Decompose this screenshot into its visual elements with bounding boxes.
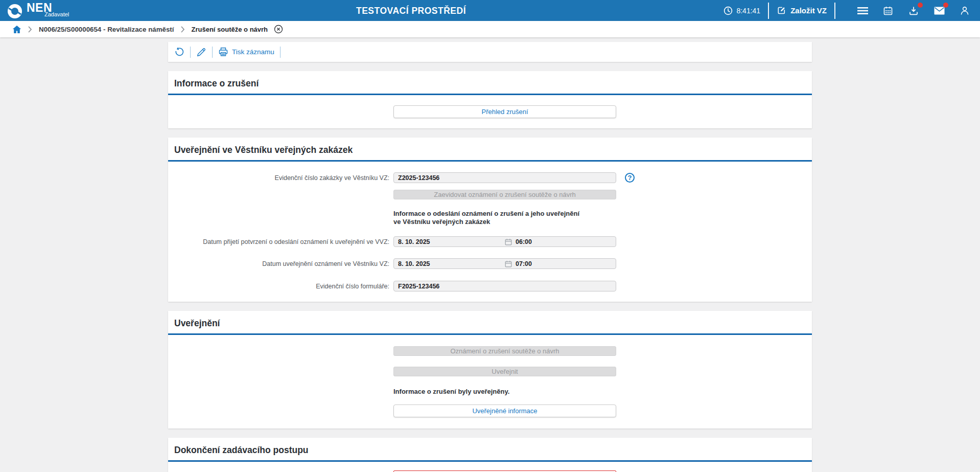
time-value: 8:41:41 [736, 7, 760, 15]
home-button[interactable] [12, 25, 21, 34]
print-record-label: Tisk záznamu [232, 48, 274, 56]
calendar-icon [883, 6, 893, 16]
date-value: 8. 10. 2025 [398, 260, 505, 267]
create-vz-label: Založit VZ [790, 6, 827, 15]
nen-logo-icon [7, 3, 23, 19]
section-title: Uveřejnění [168, 311, 812, 335]
header-actions: 8:41:41 Založit VZ [724, 3, 980, 19]
menu-button[interactable] [856, 5, 869, 17]
downloads-icon [908, 6, 919, 16]
register-cancellation-notice-button: Zaevidovat oznámení o zrušení soutěže o … [393, 190, 616, 199]
pencil-icon [196, 47, 206, 57]
section-vvz-publication: Uveřejnění ve Věstníku veřejných zakázek… [168, 138, 812, 302]
help-icon[interactable]: ? [625, 173, 635, 183]
app-header: NEN Zadavatel TESTOVACÍ PROSTŘEDÍ 8:41:4… [0, 0, 980, 21]
form-number-label: Evidenční číslo formuláře: [168, 283, 393, 290]
create-vz-button[interactable]: Založit VZ [777, 6, 827, 15]
confirmation-date-label: Datum přijetí potvrzení o odeslání oznám… [168, 238, 393, 245]
toolbar-divider [212, 47, 213, 58]
section-publication: Uveřejnění Oznámení o zrušení soutěže o … [168, 311, 812, 429]
publication-date-label: Datum uveřejnění oznámení ve Věstníku VZ… [168, 260, 393, 267]
publication-status-text: Informace o zrušení byly uveřejněny. [393, 388, 509, 396]
print-record-button[interactable]: Tisk záznamu [218, 47, 274, 57]
refresh-icon [174, 47, 184, 57]
section-title: Informace o zrušení [168, 71, 812, 95]
breadcrumb-item-current: Zrušení soutěže o návrh [192, 26, 268, 33]
cancellation-notice-button: Oznámení o zrušení soutěže o návrh [393, 346, 616, 356]
header-divider [768, 3, 769, 19]
publish-button: Uveřejnit [393, 367, 616, 376]
calendar-button[interactable] [882, 5, 894, 17]
cancellation-overview-button[interactable]: Přehled zrušení [393, 105, 616, 118]
section-cancellation-info: Informace o zrušení Přehled zrušení [168, 71, 812, 128]
chevron-right-icon [181, 26, 185, 33]
close-circle-icon [274, 25, 283, 34]
close-tab-button[interactable] [274, 25, 283, 34]
toolbar-divider [190, 47, 191, 58]
messages-icon [934, 7, 945, 15]
clock-icon [724, 6, 733, 15]
published-information-button[interactable]: Uveřejněné informace [393, 404, 616, 417]
messages-button[interactable] [933, 5, 945, 17]
section-title: Dokončení zadávacího postupu [168, 438, 812, 462]
toolbar-divider [280, 47, 281, 58]
server-time: 8:41:41 [724, 6, 760, 15]
menu-icon [857, 7, 868, 15]
calendar-small-icon [505, 238, 512, 245]
logo-subtitle: Zadavatel [44, 11, 69, 17]
chevron-right-icon [28, 26, 32, 33]
downloads-button[interactable] [907, 5, 920, 17]
time-value: 07:00 [516, 260, 532, 267]
form-number-input[interactable]: F2025-123456 [393, 281, 616, 291]
notification-badge [918, 3, 923, 8]
environment-title: TESTOVACÍ PROSTŘEDÍ [356, 0, 466, 21]
edit-record-button[interactable] [196, 47, 206, 57]
user-icon [960, 6, 970, 16]
vvz-publication-note: Informace o odeslání oznámení o zrušení … [393, 210, 579, 226]
journal-number-input[interactable]: Z2025-123456 [393, 172, 616, 183]
header-divider [834, 3, 835, 19]
breadcrumb-item-procurement[interactable]: N006/25/S00000654 - Revitalizace náměstí [39, 26, 174, 33]
home-icon [12, 25, 21, 34]
section-completion: Dokončení zadávacího postupu Odemknout z… [168, 438, 812, 472]
main-content: Tisk záznamu Informace o zrušení Přehled… [168, 42, 812, 472]
section-title: Uveřejnění ve Věstníku veřejných zakázek [168, 138, 812, 162]
calendar-small-icon [505, 260, 512, 267]
notification-badge [943, 3, 948, 8]
refresh-button[interactable] [174, 47, 184, 57]
record-toolbar: Tisk záznamu [168, 42, 812, 62]
user-button[interactable] [959, 5, 971, 17]
app-logo[interactable]: NEN Zadavatel [0, 0, 69, 21]
publication-date-input[interactable]: 8. 10. 2025 07:00 [393, 258, 616, 269]
date-value: 8. 10. 2025 [398, 238, 505, 245]
journal-number-label: Evidenční číslo zakázky ve Věstníku VZ: [168, 174, 393, 182]
confirmation-date-input[interactable]: 8. 10. 2025 06:00 [393, 236, 616, 247]
printer-icon [218, 47, 228, 57]
breadcrumb: N006/25/S00000654 - Revitalizace náměstí… [0, 21, 980, 37]
edit-square-icon [777, 6, 786, 15]
time-value: 06:00 [516, 238, 532, 245]
